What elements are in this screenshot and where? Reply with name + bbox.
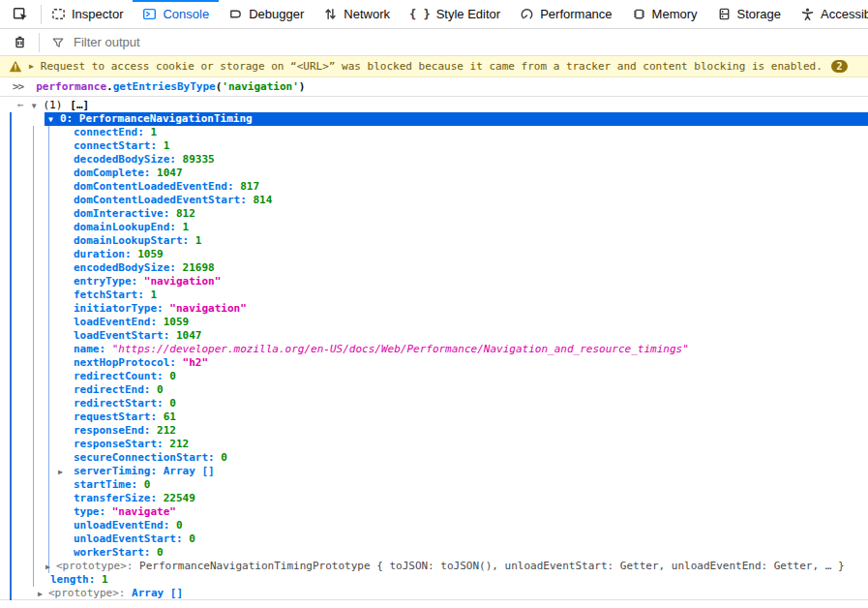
- warning-text: Request to access cookie or storage on “…: [41, 60, 823, 73]
- tree-row[interactable]: ▶<prototype>: Array []: [0, 587, 868, 600]
- tree-row[interactable]: ▶<prototype>: PerformanceNavigationTimin…: [0, 560, 868, 573]
- tree-row[interactable]: redirectStart: 0: [0, 397, 868, 410]
- back-arrow-icon[interactable]: ←: [17, 99, 24, 111]
- property-separator: :: [169, 356, 182, 369]
- network-arrows-icon: [323, 7, 338, 21]
- property-name: domainLookupStart: [74, 234, 183, 247]
- tree-row[interactable]: connectStart: 1: [0, 139, 868, 153]
- tree-row[interactable]: initiatorType: "navigation": [0, 302, 868, 316]
- inspector-frame-icon: [51, 7, 66, 21]
- tree-row[interactable]: encodedBodySize: 21698: [0, 261, 868, 275]
- property-value: 0: [189, 532, 195, 545]
- array-preview[interactable]: […]: [70, 99, 89, 111]
- console-warning-message[interactable]: ▶ Request to access cookie or storage on…: [0, 56, 868, 77]
- expand-arrow-icon[interactable]: ▶: [29, 62, 34, 71]
- property-separator: :: [169, 221, 182, 233]
- property-separator: :: [132, 275, 144, 288]
- tree-row[interactable]: decodedBodySize: 89335: [0, 153, 868, 167]
- tree-row[interactable]: connectEnd: 1: [0, 126, 868, 139]
- property-name: initiatorType: [74, 302, 157, 315]
- property-value: 1: [150, 126, 157, 138]
- tree-row[interactable]: loadEventEnd: 1059: [0, 316, 868, 329]
- property-separator: :: [208, 451, 221, 464]
- tree-row[interactable]: responseStart: 212: [0, 438, 868, 451]
- collapse-arrow-icon[interactable]: ▼: [32, 102, 37, 110]
- property-value: 0: [176, 519, 183, 532]
- property-name: length: [50, 573, 89, 586]
- property-name: connectEnd: [74, 126, 137, 138]
- result-count: (1): [43, 99, 62, 111]
- tab-performance[interactable]: Performance: [510, 0, 621, 28]
- tree-row[interactable]: name: "https://developer.mozilla.org/en-…: [0, 343, 868, 356]
- tab-label: Console: [163, 7, 209, 21]
- trash-icon: [13, 35, 27, 49]
- tree-row[interactable]: domainLookupStart: 1: [0, 234, 868, 248]
- tree-row[interactable]: domContentLoadedEventEnd: 817: [0, 180, 868, 194]
- property-value: 1: [102, 573, 108, 586]
- property-value: "https://developer.mozilla.org/en-US/doc…: [112, 343, 689, 355]
- tab-label: Debugger: [249, 7, 304, 21]
- tree-row[interactable]: redirectEnd: 0: [0, 383, 868, 397]
- result-summary-row[interactable]: ←▼(1)[…]: [0, 99, 868, 112]
- property-name: domContentLoadedEventStart: [74, 194, 240, 206]
- property-name: fetchStart: [74, 289, 137, 301]
- expand-arrow-icon[interactable]: ▶: [45, 561, 50, 574]
- property-separator: :: [157, 397, 169, 410]
- property-separator: :: [157, 438, 169, 450]
- tree-row[interactable]: unloadEventStart: 0: [0, 532, 868, 546]
- tree-row[interactable]: type: "navigate": [0, 505, 868, 519]
- tree-row[interactable]: unloadEventEnd: 0: [0, 519, 868, 532]
- executed-command-row[interactable]: >> performance.getEntriesByType('navigat…: [0, 77, 868, 97]
- tab-style-editor[interactable]: { } Style Editor: [400, 0, 510, 28]
- selected-object-row[interactable]: ▼0: PerformanceNavigationTiming: [45, 112, 868, 126]
- console-icon: [142, 7, 157, 21]
- property-name: responseStart: [74, 438, 157, 450]
- tab-network[interactable]: Network: [314, 0, 400, 28]
- filter-funnel-icon: [51, 36, 65, 49]
- tab-inspector[interactable]: Inspector: [42, 0, 133, 28]
- tab-storage[interactable]: Storage: [707, 0, 792, 28]
- tab-accessibility[interactable]: Accessibility: [791, 0, 868, 28]
- filter-output-input[interactable]: [72, 34, 868, 50]
- tree-row[interactable]: entryType: "navigation": [0, 275, 868, 289]
- tree-row[interactable]: domComplete: 1047: [0, 167, 868, 180]
- tab-memory[interactable]: Memory: [622, 0, 707, 28]
- tab-debugger[interactable]: Debugger: [219, 0, 314, 28]
- tree-row[interactable]: loadEventStart: 1047: [0, 329, 868, 343]
- tab-label: Inspector: [72, 7, 123, 21]
- expand-arrow-icon[interactable]: ▶: [58, 466, 63, 479]
- tree-row[interactable]: transferSize: 22549: [0, 492, 868, 505]
- expand-arrow-icon[interactable]: ▶: [38, 588, 43, 601]
- property-value: 0: [169, 370, 176, 382]
- tree-row[interactable]: domContentLoadedEventStart: 814: [0, 194, 868, 207]
- tree-row[interactable]: secureConnectionStart: 0: [0, 451, 868, 465]
- property-value: 0: [169, 397, 176, 410]
- tree-row[interactable]: domainLookupEnd: 1: [0, 221, 868, 234]
- property-separator: :: [176, 532, 189, 545]
- property-value: 0: [221, 451, 227, 464]
- property-separator: :: [157, 302, 169, 315]
- tree-row[interactable]: responseEnd: 212: [0, 424, 868, 438]
- tree-row-selected[interactable]: ▼0: PerformanceNavigationTiming: [0, 112, 868, 126]
- property-separator: :: [164, 519, 176, 532]
- tree-row[interactable]: requestStart: 61: [0, 410, 868, 424]
- tree-row[interactable]: startTime: 0: [0, 478, 868, 492]
- input-prompt-icon: >>: [13, 80, 23, 93]
- tab-console[interactable]: Console: [133, 0, 219, 28]
- tree-row[interactable]: redirectCount: 0: [0, 370, 868, 383]
- tree-row[interactable]: length: 1: [0, 573, 868, 587]
- tree-row[interactable]: duration: 1059: [0, 248, 868, 261]
- tree-row[interactable]: workerStart: 0: [0, 546, 868, 560]
- tree-rows: connectEnd: 1connectStart: 1decodedBodyS…: [0, 126, 868, 600]
- tree-row[interactable]: ▶serverTiming: Array []: [0, 465, 868, 478]
- tree-row[interactable]: nextHopProtocol: "h2": [0, 356, 868, 370]
- braces-icon: { }: [409, 8, 431, 21]
- tab-label: Storage: [737, 7, 782, 21]
- tab-label: Memory: [652, 7, 698, 21]
- collapse-arrow-icon[interactable]: ▼: [48, 113, 53, 127]
- pick-element-button[interactable]: [0, 0, 41, 28]
- clear-console-button[interactable]: [0, 35, 39, 49]
- tree-row[interactable]: domInteractive: 812: [0, 207, 868, 221]
- property-value: "navigation": [144, 275, 221, 288]
- tree-row[interactable]: fetchStart: 1: [0, 289, 868, 302]
